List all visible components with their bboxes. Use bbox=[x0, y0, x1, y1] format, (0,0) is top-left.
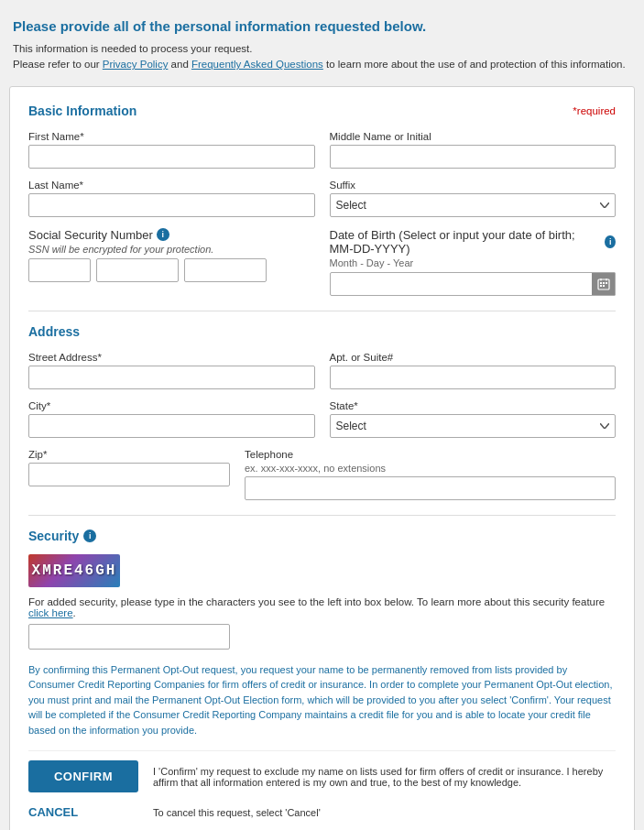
consent-text: By confirming this Permanent Opt-Out req… bbox=[28, 662, 616, 738]
zip-label: Zip* bbox=[28, 449, 230, 460]
address-row-1: Street Address* Apt. or Suite# bbox=[28, 352, 616, 389]
first-name-group: First Name* bbox=[28, 131, 315, 169]
ssn-group: Social Security Number i SSN will be enc… bbox=[28, 228, 315, 296]
street-group: Street Address* bbox=[28, 352, 315, 389]
state-group: State* Select ALAKAZAR CACOCTDE FLGAHIID… bbox=[330, 400, 617, 438]
svg-rect-4 bbox=[600, 285, 602, 287]
city-input[interactable] bbox=[28, 414, 315, 438]
address-row-3: Zip* Telephone ex. xxx-xxx-xxxx, no exte… bbox=[28, 449, 616, 500]
svg-rect-1 bbox=[600, 282, 602, 284]
first-name-label: First Name* bbox=[28, 131, 315, 142]
svg-rect-3 bbox=[606, 282, 607, 284]
captcha-click-here-link[interactable]: click here bbox=[28, 607, 73, 618]
address-section-title: Address bbox=[28, 324, 616, 339]
dob-label: Date of Birth (Select or input your date… bbox=[330, 228, 602, 256]
security-info-icon[interactable]: i bbox=[83, 530, 96, 542]
state-label: State* bbox=[330, 400, 617, 411]
captcha-input[interactable] bbox=[28, 624, 230, 650]
intro-line1: This information is needed to process yo… bbox=[13, 43, 252, 54]
cancel-row: CANCEL To cancel this request, select 'C… bbox=[28, 796, 616, 819]
address-row-2: City* State* Select ALAKAZAR CACOCTDE FL… bbox=[28, 400, 616, 438]
ssn-part2-input[interactable] bbox=[96, 258, 179, 282]
state-select[interactable]: Select ALAKAZAR CACOCTDE FLGAHIID ILINIA… bbox=[330, 414, 617, 438]
faq-link[interactable]: Frequently Asked Questions bbox=[191, 59, 323, 70]
name-row-2: Last Name* Suffix Select Jr. Sr. II III … bbox=[28, 180, 616, 217]
form-card: Basic Information *required First Name* … bbox=[9, 86, 635, 831]
security-title-text: Security bbox=[28, 529, 79, 543]
dob-placeholder: Month - Day - Year bbox=[330, 257, 617, 268]
svg-rect-2 bbox=[603, 282, 605, 284]
last-name-group: Last Name* bbox=[28, 180, 315, 217]
middle-name-group: Middle Name or Initial bbox=[330, 131, 617, 169]
dob-input-wrapper bbox=[330, 272, 617, 296]
apt-group: Apt. or Suite# bbox=[330, 352, 617, 389]
last-name-input[interactable] bbox=[28, 193, 315, 217]
privacy-policy-link[interactable]: Privacy Policy bbox=[103, 59, 169, 70]
last-name-label: Last Name* bbox=[28, 180, 315, 191]
middle-name-label: Middle Name or Initial bbox=[330, 131, 617, 142]
security-section-title: Security i bbox=[28, 529, 616, 543]
dob-label-row: Date of Birth (Select or input your date… bbox=[330, 228, 617, 256]
calendar-icon[interactable] bbox=[592, 272, 616, 296]
section-divider-2 bbox=[28, 515, 616, 516]
cancel-description: To cancel this request, select 'Cancel' bbox=[153, 807, 616, 818]
captcha-help-text: For added security, please type in the c… bbox=[28, 596, 616, 618]
city-label: City* bbox=[28, 400, 315, 411]
telephone-input[interactable] bbox=[245, 476, 616, 500]
intro-middle: and bbox=[168, 59, 191, 70]
intro-line2-post: to learn more about the use of and prote… bbox=[323, 59, 626, 70]
suffix-group: Suffix Select Jr. Sr. II III IV bbox=[330, 180, 617, 217]
suffix-select[interactable]: Select Jr. Sr. II III IV bbox=[330, 193, 617, 217]
page-heading: Please provide all of the personal infor… bbox=[13, 18, 631, 34]
section-divider-1 bbox=[28, 311, 616, 311]
telephone-group: Telephone ex. xxx-xxx-xxxx, no extension… bbox=[245, 449, 616, 500]
name-row-1: First Name* Middle Name or Initial bbox=[28, 131, 616, 169]
city-group: City* bbox=[28, 400, 315, 438]
ssn-dob-row: Social Security Number i SSN will be enc… bbox=[28, 228, 616, 296]
cancel-link[interactable]: CANCEL bbox=[28, 805, 138, 819]
zip-group: Zip* bbox=[28, 449, 230, 500]
ssn-label: Social Security Number bbox=[28, 228, 153, 242]
captcha-image: XMRE46GH bbox=[28, 554, 120, 587]
dob-info-icon[interactable]: i bbox=[605, 235, 616, 248]
ssn-part3-input[interactable] bbox=[184, 258, 267, 282]
dob-group: Date of Birth (Select or input your date… bbox=[330, 228, 617, 296]
captcha-text: XMRE46GH bbox=[32, 562, 117, 579]
captcha-help-pre: For added security, please type in the c… bbox=[28, 596, 605, 607]
confirm-button[interactable]: CONFIRM bbox=[28, 760, 138, 792]
basic-info-section-header: Basic Information *required bbox=[28, 104, 616, 118]
basic-info-title: Basic Information bbox=[28, 104, 136, 118]
telephone-hint: ex. xxx-xxx-xxxx, no extensions bbox=[245, 463, 616, 474]
actions-row: CONFIRM I 'Confirm' my request to exclud… bbox=[28, 750, 616, 796]
suffix-label: Suffix bbox=[330, 180, 617, 191]
captcha-help-post: . bbox=[73, 607, 76, 618]
ssn-part1-input[interactable] bbox=[28, 258, 91, 282]
intro-line2-pre: Please refer to our bbox=[13, 59, 103, 70]
intro-text: This information is needed to process yo… bbox=[13, 41, 631, 73]
zip-input[interactable] bbox=[28, 463, 230, 486]
svg-rect-5 bbox=[603, 285, 605, 287]
svg-rect-0 bbox=[598, 279, 609, 289]
ssn-encrypted-note: SSN will be encrypted for your protectio… bbox=[28, 244, 315, 255]
street-input[interactable] bbox=[28, 366, 315, 389]
street-label: Street Address* bbox=[28, 352, 315, 363]
ssn-label-row: Social Security Number i bbox=[28, 228, 315, 242]
apt-label: Apt. or Suite# bbox=[330, 352, 617, 363]
apt-input[interactable] bbox=[330, 366, 617, 389]
middle-name-input[interactable] bbox=[330, 145, 617, 169]
page-header: Please provide all of the personal infor… bbox=[9, 9, 635, 86]
ssn-inputs-container bbox=[28, 258, 315, 282]
ssn-info-icon[interactable]: i bbox=[157, 228, 169, 241]
required-note: *required bbox=[573, 105, 616, 116]
first-name-input[interactable] bbox=[28, 145, 315, 169]
confirm-description: I 'Confirm' my request to exclude my nam… bbox=[153, 766, 616, 788]
telephone-label: Telephone bbox=[245, 449, 616, 460]
dob-input[interactable] bbox=[330, 272, 617, 296]
